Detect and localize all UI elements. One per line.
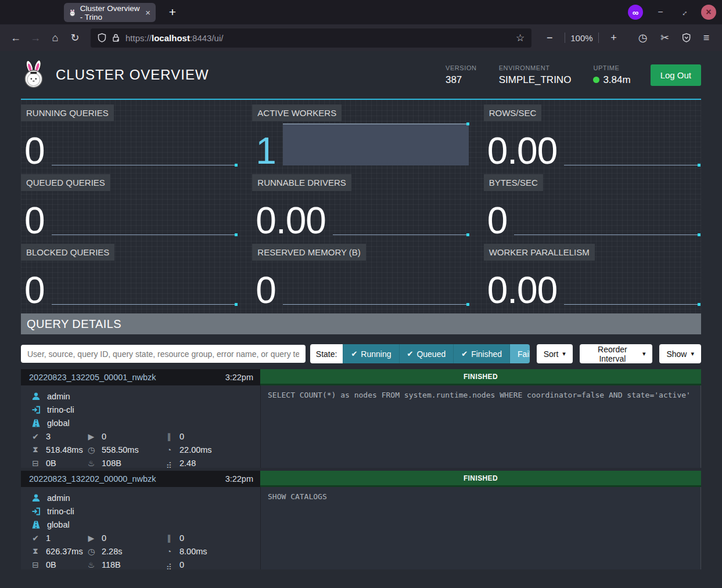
- state-queued-button[interactable]: ✔Queued: [399, 344, 454, 363]
- trino-favicon: [69, 8, 76, 17]
- source-login-icon: [30, 405, 42, 414]
- browser-tab[interactable]: Cluster Overview - Trino ×: [64, 3, 156, 22]
- screenshot-scissors-icon[interactable]: ✂: [655, 31, 675, 44]
- logout-button[interactable]: Log Out: [651, 64, 701, 86]
- forward-icon[interactable]: →: [26, 32, 45, 44]
- metric-value: 0: [24, 204, 45, 237]
- metric-value: 0: [256, 274, 276, 306]
- zoom-out-icon[interactable]: −: [540, 32, 559, 44]
- sparkline-dot: [698, 303, 701, 306]
- current-memory-icon: ⊟: [30, 560, 41, 569]
- query-source: trino-cli: [47, 507, 74, 516]
- state-failed-dropdown[interactable]: Failed▾: [509, 344, 530, 363]
- browser-titlebar: Cluster Overview - Trino × + ∞ − ↔ ×: [0, 0, 722, 24]
- completed-splits-icon: ✔: [30, 432, 41, 441]
- cpu-time: 8.00ms: [179, 547, 207, 556]
- parallelism-icon: ⣴: [164, 459, 174, 468]
- cpu-time: 22.00ms: [179, 445, 212, 454]
- url-bar[interactable]: https://localhost:8443/ui/ ☆: [91, 28, 531, 48]
- version-label: VERSION: [446, 64, 477, 71]
- url-protocol: https://: [125, 33, 152, 43]
- query-search-input[interactable]: [21, 345, 306, 363]
- cpu-time-icon: ◔: [164, 547, 174, 556]
- window-minimize-button[interactable]: −: [655, 7, 666, 17]
- sparkline-dot: [466, 303, 469, 306]
- metric-panel-blocked-queries: BLOCKED QUERIES 0: [21, 244, 238, 309]
- bookmark-star-icon[interactable]: ☆: [516, 32, 525, 44]
- completed-splits-icon: ✔: [30, 533, 41, 543]
- metric-label: RESERVED MEMORY (B): [252, 244, 366, 261]
- metric-label: QUEUED QUERIES: [21, 174, 110, 191]
- completed-splits: 3: [46, 432, 51, 441]
- version-value: 387: [446, 74, 477, 86]
- parallelism-icon: ⣴: [164, 560, 174, 569]
- elapsed-time: 558.50ms: [102, 445, 139, 454]
- state-finished-button[interactable]: ✔Finished: [453, 344, 509, 363]
- show-dropdown[interactable]: Show▾: [659, 344, 701, 363]
- current-memory: 0B: [46, 459, 56, 468]
- url-path: :8443/ui/: [190, 33, 224, 43]
- wall-time-icon: ⧗: [30, 546, 41, 556]
- check-icon: ✔: [407, 349, 414, 358]
- restore-icon: ↔: [677, 6, 689, 18]
- query-row: 20220823_132205_00001_nwbzk 3:22pm FINIS…: [21, 369, 701, 468]
- environment-label: ENVIRONMENT: [499, 64, 572, 71]
- window-close-button[interactable]: ×: [701, 5, 716, 20]
- state-running-button[interactable]: ✔Running: [343, 344, 398, 363]
- history-icon[interactable]: ◷: [633, 31, 653, 44]
- sparkline-dot: [466, 233, 469, 236]
- extension-shield-icon[interactable]: [682, 33, 691, 42]
- home-icon[interactable]: ⌂: [45, 32, 65, 44]
- new-tab-button[interactable]: +: [164, 3, 181, 21]
- query-time: 3:22pm: [225, 474, 253, 484]
- query-id-link[interactable]: 20220823_132202_00000_nwbzk: [29, 474, 156, 484]
- sparkline-dot: [235, 233, 238, 236]
- metrics-grid: RUNNING QUERIES 0 ACTIVE WORKERS 1 ROWS/…: [21, 100, 701, 313]
- metric-label: WORKER PARALLELISM: [484, 244, 595, 261]
- wall-time-icon: ⧗: [30, 445, 41, 454]
- metric-value: 0.00: [256, 204, 326, 237]
- reorder-interval-dropdown[interactable]: Reorder Interval▾: [580, 344, 653, 363]
- wall-time: 518.48ms: [46, 445, 83, 454]
- current-memory-icon: ⊟: [30, 459, 41, 468]
- zoom-in-icon[interactable]: +: [604, 32, 624, 44]
- query-text: SHOW CATALOGS: [260, 487, 701, 569]
- metric-sparkline: [564, 264, 700, 305]
- metric-panel-queued-queries: QUEUED QUERIES 0: [21, 174, 238, 239]
- reload-icon[interactable]: ↻: [65, 31, 85, 44]
- metric-value: 0: [24, 135, 45, 167]
- sparkline-dot: [466, 122, 469, 125]
- sparkline-dot: [235, 303, 238, 306]
- window-restore-button[interactable]: ↔: [678, 7, 689, 17]
- back-icon[interactable]: ←: [6, 32, 26, 44]
- url-host: localhost: [152, 33, 190, 43]
- queued-splits-icon: ∥: [164, 533, 174, 543]
- query-row: 20220823_132202_00000_nwbzk 3:22pm FINIS…: [21, 471, 701, 569]
- metric-value: 0: [487, 204, 508, 237]
- menu-hamburger-icon[interactable]: ≡: [696, 32, 716, 44]
- query-id-link[interactable]: 20220823_132205_00001_nwbzk: [29, 373, 156, 382]
- query-status-bar: FINISHED: [260, 369, 701, 385]
- query-user: admin: [47, 493, 70, 503]
- environment-value: SIMPLE_TRINO: [499, 74, 572, 86]
- sort-dropdown[interactable]: Sort▾: [537, 344, 573, 363]
- tracking-shield-icon[interactable]: [98, 33, 106, 42]
- state-filter-label: State:: [310, 344, 343, 363]
- current-memory: 0B: [46, 560, 56, 569]
- user-icon: [30, 493, 42, 503]
- parallelism: 2.48: [179, 459, 196, 468]
- check-icon: ✔: [461, 349, 468, 358]
- metric-panel-running-queries: RUNNING QUERIES 0: [21, 104, 238, 169]
- lock-warning-icon[interactable]: [112, 33, 120, 42]
- environment-info: ENVIRONMENT SIMPLE_TRINO: [499, 64, 572, 86]
- tab-close-icon[interactable]: ×: [145, 8, 150, 17]
- metric-sparkline: [283, 264, 469, 305]
- state-filter-group: State: ✔Running ✔Queued ✔Finished Failed…: [310, 344, 530, 363]
- metric-panel-runnable-drivers: RUNNABLE DRIVERS 0.00: [252, 174, 469, 239]
- elapsed-time-icon: ◷: [86, 445, 96, 454]
- metric-label: ROWS/SEC: [484, 104, 542, 121]
- query-source: trino-cli: [47, 405, 74, 414]
- elapsed-time: 2.28s: [102, 547, 122, 556]
- wall-time: 626.37ms: [46, 547, 83, 556]
- zoom-level[interactable]: 100%: [570, 33, 592, 43]
